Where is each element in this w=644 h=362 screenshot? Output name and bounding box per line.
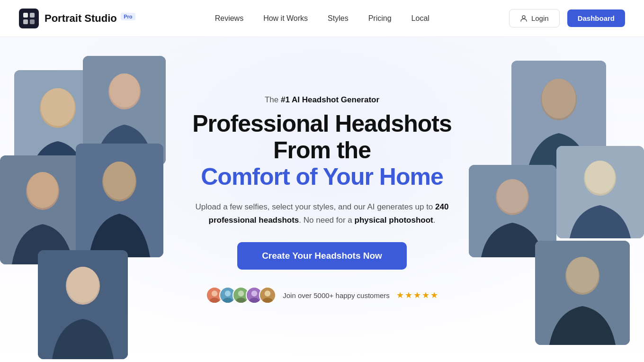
svg-point-19 (67, 267, 99, 303)
svg-point-13 (27, 172, 58, 208)
svg-point-16 (103, 162, 135, 199)
svg-point-7 (41, 88, 75, 126)
svg-rect-0 (23, 13, 28, 18)
avatar-5 (259, 287, 276, 304)
cta-button[interactable]: Create Your Headshots Now (237, 242, 407, 270)
hero-section: The #1 AI Headshot Generator Professiona… (0, 37, 644, 362)
nav-pricing[interactable]: Pricing (368, 14, 392, 22)
dashboard-button[interactable]: Dashboard (567, 9, 625, 27)
star-rating: ★ ★ ★ ★ ★ (396, 290, 438, 300)
svg-rect-2 (23, 19, 28, 24)
main-nav: Reviews How it Works Styles Pricing Loca… (215, 14, 429, 23)
svg-point-33 (212, 290, 217, 296)
photos-left-collage (0, 51, 170, 362)
dashboard-label: Dashboard (578, 14, 615, 22)
svg-point-45 (265, 290, 270, 296)
login-label: Login (531, 14, 549, 22)
photo-left-3 (0, 155, 85, 264)
photo-left-5 (38, 250, 128, 359)
star-5: ★ (430, 290, 438, 300)
brand-name: Portrait Studio Pro (45, 12, 135, 25)
svg-point-4 (522, 16, 525, 18)
hero-subtext: Upload a few selfies, select your styles… (189, 200, 455, 227)
navbar: Portrait Studio Pro Reviews How it Works… (0, 0, 644, 37)
login-button[interactable]: Login (509, 9, 560, 27)
photo-left-4 (76, 144, 163, 257)
svg-point-36 (225, 290, 231, 296)
svg-point-39 (238, 290, 244, 296)
svg-rect-1 (30, 13, 35, 18)
customer-avatars (206, 287, 276, 304)
navbar-actions: Login Dashboard (509, 9, 625, 27)
hero-headline: Professional Headshots From the Comfort … (180, 110, 464, 190)
nav-styles[interactable]: Styles (328, 14, 349, 22)
svg-point-42 (251, 290, 257, 296)
nav-local[interactable]: Local (411, 14, 429, 22)
nav-how-it-works[interactable]: How it Works (263, 14, 308, 22)
svg-point-25 (585, 161, 615, 194)
brand-pro-badge: Pro (121, 13, 135, 20)
hero-headline-accent: Comfort of Your Home (201, 163, 443, 190)
social-proof-text: Join over 5000+ happy customers (283, 291, 390, 299)
logo-icon (19, 9, 39, 28)
photos-right-collage (474, 51, 644, 362)
star-3: ★ (413, 290, 421, 300)
brand-logo-group: Portrait Studio Pro (19, 9, 135, 28)
nav-reviews[interactable]: Reviews (215, 14, 243, 22)
star-1: ★ (396, 290, 404, 300)
photo-right-2 (556, 146, 644, 238)
svg-point-31 (566, 257, 599, 293)
hero-tag: The #1 AI Headshot Generator (180, 95, 464, 105)
svg-point-10 (109, 73, 140, 108)
social-proof: Join over 5000+ happy customers ★ ★ ★ ★ … (180, 287, 464, 304)
hero-headline-line1: Professional Headshots From the (192, 110, 452, 163)
star-2: ★ (405, 290, 412, 300)
photo-right-4 (535, 241, 630, 345)
svg-point-22 (542, 79, 576, 118)
user-icon (520, 15, 528, 22)
svg-rect-3 (30, 19, 35, 24)
svg-point-28 (497, 179, 528, 213)
cta-label: Create Your Headshots Now (262, 251, 382, 261)
star-4: ★ (422, 290, 429, 300)
hero-content: The #1 AI Headshot Generator Professiona… (170, 95, 474, 304)
